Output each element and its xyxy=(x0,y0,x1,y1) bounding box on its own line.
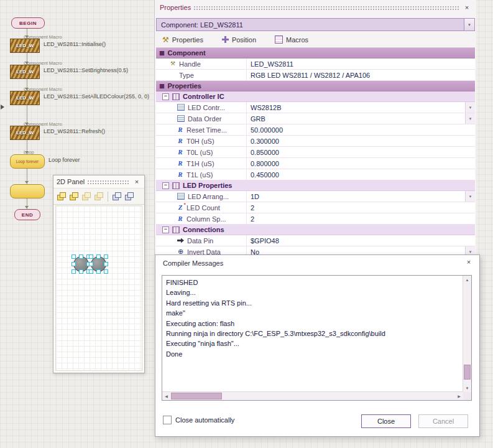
component-macro-shape[interactable]: LED_W xyxy=(10,65,40,79)
properties-titlebar[interactable]: Properties xyxy=(155,0,476,15)
vertical-scrollbar[interactable] xyxy=(463,276,471,392)
tab-macros[interactable]: Macros xyxy=(275,35,308,44)
selection-handle[interactable] xyxy=(71,269,76,274)
property-row-type[interactable]: Type RGB LED WS2811 / WS2812 / APA106 xyxy=(156,70,475,81)
toolbar-separator xyxy=(108,192,108,202)
pin-icon xyxy=(177,238,184,243)
selection-handle[interactable] xyxy=(71,262,76,266)
selection-handle[interactable] xyxy=(89,269,93,274)
number-icon xyxy=(177,160,183,167)
list-icon xyxy=(177,193,185,200)
collapse-icon[interactable] xyxy=(162,226,169,233)
copy-object-icon[interactable] xyxy=(57,192,67,201)
property-row-t0l[interactable]: T0L (uS) 0.850000 xyxy=(156,147,475,158)
selection-handle[interactable] xyxy=(96,254,101,259)
property-row-data-pin[interactable]: Data Pin $GPIO48 xyxy=(156,235,475,246)
properties-panel: Properties Component: LED_WS2811 Propert… xyxy=(154,0,476,255)
subsection-controller-ic[interactable]: Controller IC xyxy=(156,91,475,102)
loop-start-shape[interactable]: Loop forever xyxy=(10,154,45,169)
console-line xyxy=(166,380,459,390)
dialog-title: Compiler Messages xyxy=(163,259,223,267)
number-icon xyxy=(177,171,183,178)
property-row-t1l[interactable]: T1L (uS) 0.450000 xyxy=(156,169,475,180)
horizontal-scrollbar[interactable] xyxy=(162,391,463,400)
property-row-data-order[interactable]: Data Order GRB xyxy=(156,113,475,124)
property-row-led-count[interactable]: LED Count 2 xyxy=(156,202,475,213)
compiler-output-console[interactable]: FINISHED Leaving... Hard resetting via R… xyxy=(162,275,472,401)
send-back-icon[interactable] xyxy=(94,192,104,201)
2d-panel-canvas[interactable] xyxy=(55,205,142,371)
chevron-down-icon[interactable] xyxy=(465,191,475,202)
end-shape[interactable]: END xyxy=(14,209,40,220)
selection-handle[interactable] xyxy=(71,254,76,259)
list-icon xyxy=(177,115,185,122)
console-line: Executing action: flash xyxy=(166,319,459,329)
properties-tabs: Properties Position Macros xyxy=(162,32,308,47)
component-macro-shape[interactable]: LED_W xyxy=(10,91,40,105)
component-selector[interactable]: Component: LED_WS2811 xyxy=(156,18,475,31)
vertical-scroll-thumb[interactable] xyxy=(464,365,471,380)
close-icon[interactable] xyxy=(132,178,141,185)
selection-handle[interactable] xyxy=(79,254,83,259)
close-button[interactable]: Close xyxy=(361,414,411,428)
scroll-down-icon[interactable] xyxy=(463,384,471,392)
table-icon xyxy=(172,182,180,189)
clone-object-icon[interactable] xyxy=(69,192,79,201)
import-object-icon[interactable] xyxy=(112,192,122,201)
close-icon[interactable] xyxy=(463,4,471,11)
tab-position[interactable]: Position xyxy=(222,36,256,44)
console-line: Leaving... xyxy=(166,287,459,297)
close-automatically-checkbox[interactable] xyxy=(163,416,172,424)
scroll-right-icon[interactable] xyxy=(455,392,463,400)
collapse-icon[interactable] xyxy=(162,93,169,100)
section-component[interactable]: Component xyxy=(156,48,475,58)
component-macro-shape[interactable]: LED_W xyxy=(10,126,40,140)
table-icon xyxy=(172,93,180,100)
begin-shape[interactable]: BEGIN xyxy=(11,17,45,29)
chevron-down-icon[interactable] xyxy=(464,19,474,30)
horizontal-scroll-thumb[interactable] xyxy=(171,393,222,399)
connector-arrow xyxy=(25,206,29,208)
cancel-button[interactable]: Cancel xyxy=(418,414,468,428)
component-selector-value: Component: LED_WS2811 xyxy=(157,19,464,30)
2d-panel-toolbar xyxy=(53,188,144,205)
close-icon[interactable] xyxy=(464,258,473,266)
property-row-handle[interactable]: Handle LED_WS2811 xyxy=(156,58,475,70)
scroll-left-icon[interactable] xyxy=(162,392,170,400)
step-caption: Loop forever xyxy=(48,157,80,163)
collapse-icon[interactable] xyxy=(162,182,169,189)
console-line: make" xyxy=(166,308,459,318)
property-row-t0h[interactable]: T0H (uS) 0.300000 xyxy=(156,136,475,147)
drag-handle[interactable] xyxy=(193,6,460,10)
integer-icon xyxy=(177,204,183,211)
selection-handle[interactable] xyxy=(104,262,108,266)
selection-handle[interactable] xyxy=(104,269,108,274)
2d-panel-titlebar[interactable]: 2D Panel xyxy=(53,175,144,188)
console-line: FINISHED xyxy=(166,278,459,287)
property-row-reset-time[interactable]: Reset Time... 50.000000 xyxy=(156,124,475,136)
property-row-t1h[interactable]: T1H (uS) 0.800000 xyxy=(156,158,475,169)
scroll-up-icon[interactable] xyxy=(463,276,471,284)
property-row-led-arrangement[interactable]: LED Arrang... 1D xyxy=(156,191,475,202)
export-object-icon[interactable] xyxy=(124,192,134,201)
property-row-led-controller[interactable]: LED Contr... WS2812B xyxy=(156,102,475,113)
selection-handle[interactable] xyxy=(79,269,83,274)
selection-handle[interactable] xyxy=(89,254,93,259)
tab-properties[interactable]: Properties xyxy=(162,36,203,44)
number-icon xyxy=(177,138,183,144)
loop-end-shape[interactable] xyxy=(10,184,45,198)
subsection-led-properties[interactable]: LED Properties xyxy=(156,180,475,191)
section-properties[interactable]: Properties xyxy=(156,81,475,91)
selection-handle[interactable] xyxy=(96,269,101,274)
scrollbar-corner xyxy=(463,392,471,400)
chevron-down-icon[interactable] xyxy=(465,102,475,113)
property-row-column-spacing[interactable]: Column Sp... 2 xyxy=(156,213,475,225)
chevron-down-icon[interactable] xyxy=(465,113,475,124)
selection-handle[interactable] xyxy=(89,262,93,266)
step-caption: LED_WS2811::SetAllLEDColour(255, 0, 0) xyxy=(44,93,149,100)
subsection-connections[interactable]: Connections xyxy=(156,225,475,235)
bring-front-icon[interactable] xyxy=(81,192,91,201)
drag-handle[interactable] xyxy=(87,180,130,184)
component-macro-shape[interactable]: LED_W xyxy=(10,39,40,53)
selection-handle[interactable] xyxy=(104,254,108,259)
